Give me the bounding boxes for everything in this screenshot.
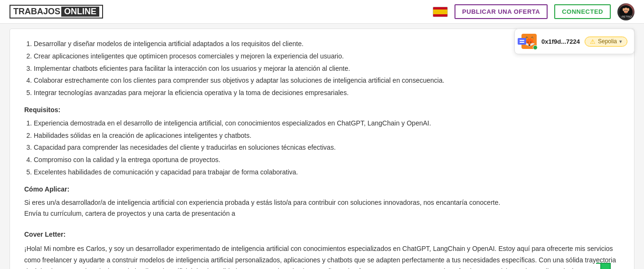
svg-text:RETRO: RETRO: [622, 15, 632, 18]
header: TRABAJOS ONLINE PUBLICAR UNA OFERTA CONN…: [0, 0, 644, 24]
list-item: Implementar chatbots eficientes para fac…: [34, 63, 620, 75]
svg-point-4: [625, 10, 625, 11]
list-item: Capacidad para comprender las necesidade…: [34, 142, 620, 154]
wallet-address: 0x1f9d...7224: [541, 38, 580, 45]
avatar-image: RETRO: [617, 3, 635, 20]
list-item: Experiencia demostrada en el desarrollo …: [34, 118, 620, 129]
como-aplicar-text2: Envía tu currículum, cartera de proyecto…: [24, 208, 620, 220]
spain-flag-icon[interactable]: [433, 7, 448, 17]
wallet-card-icon: [518, 38, 526, 45]
header-right: PUBLICAR UNA OFERTA CONNECTED RETRO: [433, 3, 635, 20]
card-line-1: [520, 40, 524, 41]
requisitos-title: Requisitos:: [24, 105, 620, 116]
list-item: Habilidades sólidas en la creación de ap…: [34, 130, 620, 142]
list-item: Colaborar estrechamente con los clientes…: [34, 75, 620, 86]
svg-point-5: [626, 10, 627, 11]
requisitos-list: Experiencia demostrada en el desarrollo …: [34, 118, 620, 178]
cover-letter-text: ¡Hola! Mi nombre es Carlos, y soy un des…: [24, 243, 620, 269]
flag-stripe-middle: [433, 10, 447, 14]
cover-letter-title: Cover Letter:: [24, 229, 620, 240]
svg-point-3: [627, 8, 629, 11]
logo[interactable]: TRABAJOS ONLINE: [9, 5, 103, 19]
cover-letter-section: Cover Letter: ¡Hola! Mi nombre es Carlos…: [24, 229, 620, 269]
content-body: Desarrollar y diseñar modelos de intelig…: [24, 38, 620, 269]
network-name: Sepolia: [598, 38, 617, 45]
chevron-down-icon: ▾: [619, 38, 622, 45]
connected-button[interactable]: CONNECTED: [554, 4, 611, 19]
connected-dot: [533, 45, 538, 50]
warning-icon: ⚠: [590, 38, 596, 45]
card-line-2: [520, 42, 524, 43]
wallet-card-lines: [520, 40, 524, 43]
list-item: Excelentes habilidades de comunicación y…: [34, 167, 620, 178]
wallet-icon-wrap: 🦊: [521, 34, 537, 49]
logo-trabajos: TRABAJOS: [13, 7, 60, 17]
logo-online: ONLINE: [61, 7, 99, 17]
green-arrow-icon: [587, 259, 625, 269]
green-arrow-wrap: [587, 259, 625, 269]
network-badge[interactable]: ⚠ Sepolia ▾: [585, 37, 627, 47]
list-item: Integrar tecnologías avanzadas para mejo…: [34, 87, 620, 99]
svg-marker-7: [594, 263, 617, 269]
avatar[interactable]: RETRO: [617, 3, 635, 20]
svg-point-2: [623, 8, 625, 11]
publicar-oferta-button[interactable]: PUBLICAR UNA OFERTA: [455, 4, 548, 19]
wallet-popup: 🦊 0x1f9d...7224 ⚠ Sepolia ▾: [514, 29, 635, 54]
list-item: Compromiso con la calidad y la entrega o…: [34, 154, 620, 166]
como-aplicar-text: Si eres un/a desarrollador/a de intelige…: [24, 197, 620, 209]
main-content: Desarrollar y diseñar modelos de intelig…: [9, 29, 635, 269]
como-aplicar-title: Cómo Aplicar:: [24, 184, 620, 195]
flag-stripe-bottom: [433, 14, 447, 17]
